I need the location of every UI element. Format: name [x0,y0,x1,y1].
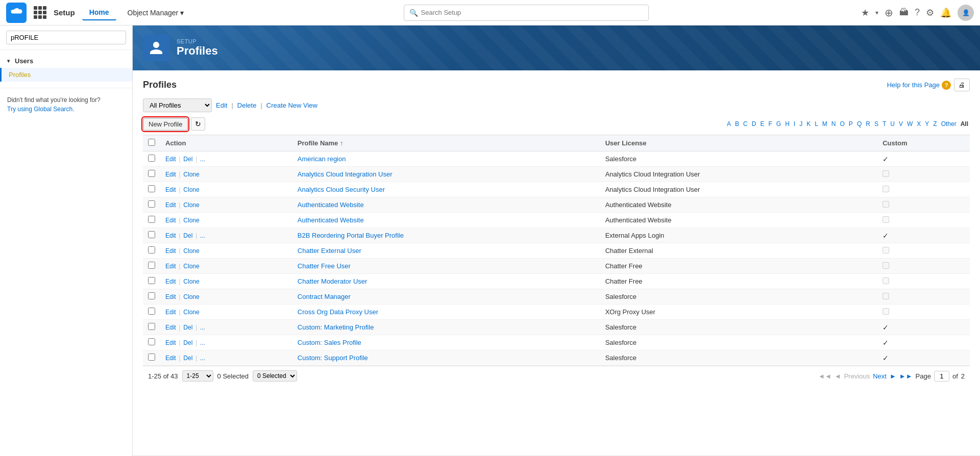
help-for-page-link[interactable]: Help for this Page ? [887,81,951,90]
sidebar-item-profiles[interactable]: Profiles [0,68,132,82]
refresh-button[interactable]: ↻ [191,117,205,131]
prev-page-link[interactable]: Previous [844,372,870,380]
action-clone-3[interactable]: Clone [183,186,199,193]
action-del-13[interactable]: Del [183,339,192,346]
alpha-p[interactable]: P [847,120,854,128]
profile-name-link-8[interactable]: Chatter Free User [298,262,351,270]
alpha-y[interactable]: Y [923,120,930,128]
next-page-link[interactable]: Next [873,372,887,380]
row-checkbox-11[interactable] [148,308,155,315]
action-del-12[interactable]: Del [183,324,192,331]
alpha-l[interactable]: L [813,120,820,128]
action-clone-4[interactable]: Clone [183,201,199,209]
alpha-k[interactable]: K [805,120,812,128]
action-clone-8[interactable]: Clone [183,263,199,270]
settings-icon[interactable]: ⚙ [926,7,934,18]
filter-edit-link[interactable]: Edit [216,102,227,109]
alpha-h[interactable]: H [783,120,791,128]
print-button[interactable]: 🖨 [954,79,970,91]
profile-name-link-7[interactable]: Chatter External User [298,247,361,255]
alpha-x[interactable]: X [915,120,922,128]
action-edit-12[interactable]: Edit [165,324,176,331]
alpha-g[interactable]: G [775,120,782,128]
alpha-t[interactable]: T [881,120,888,128]
action-edit-10[interactable]: Edit [165,293,176,300]
row-checkbox-10[interactable] [148,292,155,299]
select-all-checkbox[interactable] [148,139,155,146]
th-profile-name[interactable]: Profile Name ↑ [292,135,600,151]
alpha-other[interactable]: Other [940,120,958,128]
last-page-icon[interactable]: ►► [899,372,913,380]
range-select[interactable]: 1-2526-43 [182,370,213,382]
profile-name-link-13[interactable]: Custom: Sales Profile [298,339,361,346]
alpha-i[interactable]: I [792,120,797,128]
alpha-f[interactable]: F [767,120,773,128]
alpha-b[interactable]: B [733,120,741,128]
action-clone-11[interactable]: Clone [183,309,199,316]
action-...-1[interactable]: ... [200,156,205,163]
row-checkbox-13[interactable] [148,338,155,345]
action-del-14[interactable]: Del [183,354,192,362]
row-checkbox-4[interactable] [148,200,155,208]
prev-page-icon[interactable]: ◄ [835,372,841,380]
action-edit-6[interactable]: Edit [165,232,176,239]
help-icon[interactable]: ? [915,7,920,18]
action-...-12[interactable]: ... [200,324,205,331]
sidebar-search-input[interactable] [6,31,126,44]
alpha-n[interactable]: N [830,120,838,128]
action-edit-1[interactable]: Edit [165,156,176,163]
notifications-icon[interactable]: 🔔 [940,7,951,18]
row-checkbox-14[interactable] [148,353,155,361]
alpha-a[interactable]: A [725,120,732,128]
selected-select[interactable]: 0 Selected [253,370,297,382]
profile-name-link-3[interactable]: Analytics Cloud Security User [298,186,385,193]
row-checkbox-2[interactable] [148,170,155,177]
new-profile-button[interactable]: New Profile [143,118,188,131]
alpha-all[interactable]: All [959,120,970,128]
next-page-icon[interactable]: ► [890,372,896,380]
row-checkbox-1[interactable] [148,155,155,162]
action-clone-7[interactable]: Clone [183,247,199,255]
action-...-6[interactable]: ... [200,232,205,239]
action-edit-14[interactable]: Edit [165,354,176,362]
global-search-link[interactable]: Try using Global Search. [7,106,75,113]
profile-filter-select[interactable]: All Profiles Recently Viewed [143,98,212,112]
favorites-dropdown-icon[interactable]: ▾ [875,9,878,16]
row-checkbox-5[interactable] [148,216,155,223]
profile-name-link-14[interactable]: Custom: Support Profile [298,354,368,362]
action-...-13[interactable]: ... [200,339,205,346]
filter-delete-link[interactable]: Delete [237,102,257,109]
app-grid-icon[interactable] [34,6,46,19]
search-input[interactable] [421,9,643,16]
alpha-e[interactable]: E [758,120,766,128]
action-edit-4[interactable]: Edit [165,201,176,209]
action-del-6[interactable]: Del [183,232,192,239]
row-checkbox-7[interactable] [148,246,155,254]
alpha-m[interactable]: M [821,120,829,128]
profile-name-link-9[interactable]: Chatter Moderator User [298,277,368,285]
profile-name-link-4[interactable]: Authenticated Website [298,201,364,209]
action-edit-7[interactable]: Edit [165,247,176,255]
action-clone-10[interactable]: Clone [183,293,199,300]
sidebar-users-group[interactable]: ▾ Users [0,54,132,68]
alpha-q[interactable]: Q [855,120,863,128]
row-checkbox-3[interactable] [148,185,155,192]
alpha-o[interactable]: O [839,120,846,128]
action-edit-5[interactable]: Edit [165,217,176,224]
page-input[interactable] [934,371,949,382]
profile-name-link-5[interactable]: Authenticated Website [298,216,364,224]
alpha-u[interactable]: U [889,120,896,128]
profile-name-link-2[interactable]: Analytics Cloud Integration User [298,170,393,178]
row-checkbox-6[interactable] [148,231,155,238]
alpha-s[interactable]: S [873,120,880,128]
action-edit-2[interactable]: Edit [165,171,176,178]
alpha-r[interactable]: R [864,120,872,128]
profile-name-link-1[interactable]: American region [298,155,346,163]
first-page-icon[interactable]: ◄◄ [818,372,831,380]
row-checkbox-8[interactable] [148,262,155,269]
alpha-v[interactable]: V [897,120,904,128]
action-edit-11[interactable]: Edit [165,309,176,316]
home-nav-button[interactable]: Home [82,5,116,20]
action-edit-8[interactable]: Edit [165,263,176,270]
action-clone-5[interactable]: Clone [183,217,199,224]
